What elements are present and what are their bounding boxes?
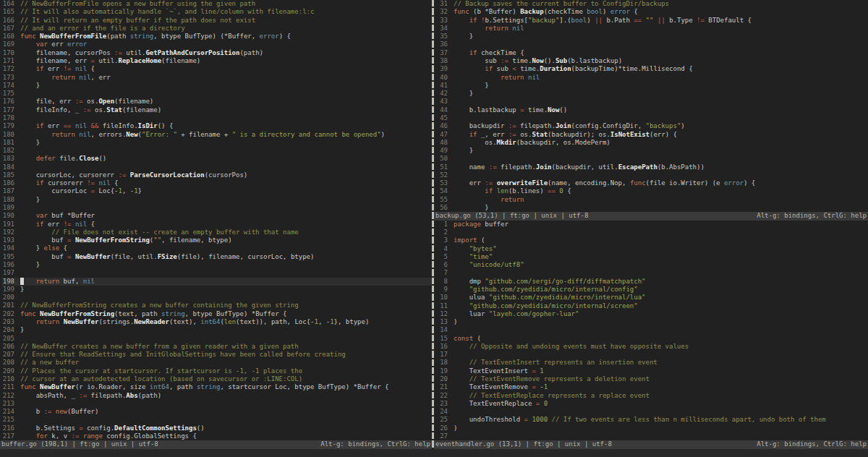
code-line[interactable]: 24 [436,408,868,416]
editor-pane-eventhandler-go[interactable]: 1package buffer23import (4 "bytes"5 "tim… [434,221,868,449]
code-line[interactable]: 41 } [436,82,868,90]
code-line[interactable]: 184 [2,163,432,171]
code-line[interactable]: 166// It will return an empty buffer if … [2,17,432,25]
code-line[interactable]: 179 if err == nil && fileInfo.IsDir() { [2,122,432,130]
code-line[interactable]: 31// Backup saves the current buffer to … [436,0,868,8]
code-line[interactable]: 180 return nil, errors.New("Error: " + f… [2,131,432,139]
code-line[interactable]: 187 cursorLoc = Loc{-1, -1} [2,187,432,195]
code-line[interactable]: 202func NewBufferFromString(text, path s… [2,310,432,318]
code-line[interactable]: 20 // TextEventRemove represents a delet… [436,375,868,383]
code-line[interactable]: 178 [2,114,432,122]
code-area-eventhandler-go[interactable]: 1package buffer23import (4 "bytes"5 "tim… [434,221,868,441]
code-line[interactable]: 182 [2,147,432,155]
code-line[interactable]: 210// cursor at an autodetected location… [2,375,432,383]
code-line[interactable]: 38 sub := time.Now().Sub(b.lastbackup) [436,57,868,65]
code-line[interactable]: 197 [2,269,432,277]
code-line[interactable]: 194 } else { [2,244,432,252]
code-line[interactable]: 16 // Opposite and undoing events must h… [436,343,868,351]
command-line[interactable] [0,449,868,457]
code-line[interactable]: 212 absPath, _ := filepath.Abs(path) [2,392,432,400]
code-line[interactable]: 11 "github.com/zyedidia/micro/internal/s… [436,302,868,310]
code-line[interactable]: 26) [436,424,868,432]
code-line[interactable]: 216 b.Settings = config.DefaultCommonSet… [2,424,432,432]
code-line[interactable]: 52 [436,171,868,179]
code-line[interactable]: 204} [2,326,432,334]
code-line[interactable]: 49 } [436,147,868,155]
code-line[interactable]: 193 buf = NewBufferFromString("", filena… [2,236,432,244]
code-line[interactable]: 181 } [2,139,432,147]
code-line[interactable]: 170 filename, cursorPos := util.GetPathA… [2,49,432,57]
code-line[interactable]: 8 dmp "github.com/sergi/go-diff/diffmatc… [436,278,868,286]
code-line[interactable]: 2 [436,228,868,236]
code-line[interactable]: 215 [2,416,432,424]
code-line[interactable]: 13) [436,318,868,326]
code-line[interactable]: 56 } [436,204,868,212]
code-line[interactable]: 211func NewBuffer(r io.Reader, size int6… [2,383,432,391]
code-line[interactable]: 174 } [2,82,432,90]
code-line[interactable]: 9 "github.com/zyedidia/micro/internal/co… [436,286,868,294]
code-line[interactable]: 10 ulua "github.com/zyedidia/micro/inter… [436,294,868,302]
code-line[interactable]: 42 } [436,90,868,98]
code-area-backup-go[interactable]: 31// Backup saves the current buffer to … [434,0,868,212]
code-line[interactable]: 33 if !b.Settings["backup"].(bool) || b.… [436,17,868,25]
code-line[interactable]: 15const ( [436,335,868,343]
code-line[interactable]: 195 buf = NewBuffer(file, util.FSize(fil… [2,253,432,261]
code-line[interactable]: 198 return buf, nil [2,278,432,286]
code-line[interactable]: 1package buffer [436,221,868,228]
code-line[interactable]: 185 cursorLoc, cursorerr := ParseCursorL… [2,171,432,179]
code-line[interactable]: 40 return nil [436,74,868,82]
code-line[interactable]: 214 b := new(Buffer) [2,408,432,416]
code-line[interactable]: 46 backupdir := filepath.Join(config.Con… [436,122,868,130]
code-line[interactable]: 7 [436,269,868,277]
code-line[interactable]: 175 [2,90,432,98]
code-line[interactable]: 45 [436,114,868,122]
code-line[interactable]: 191 if err != nil { [2,221,432,228]
code-line[interactable]: 183 defer file.Close() [2,155,432,163]
code-line[interactable]: 169 var err error [2,40,432,48]
editor-pane-backup-go[interactable]: 31// Backup saves the current buffer to … [434,0,868,221]
code-line[interactable]: 53 err := overwriteFile(name, encoding.N… [436,179,868,187]
code-line[interactable]: 32func (b *Buffer) Backup(checkTime bool… [436,8,868,16]
code-line[interactable]: 173 return nil, err [2,74,432,82]
code-line[interactable]: 21 TextEventRemove = -1 [436,383,868,391]
code-line[interactable]: 164// NewBufferFromFile opens a new buff… [2,0,432,8]
code-line[interactable]: 176 file, err := os.Open(filename) [2,98,432,106]
code-line[interactable]: 12 luar "layeh.com/gopher-luar" [436,310,868,318]
code-line[interactable]: 6 "unicode/utf8" [436,261,868,269]
code-line[interactable]: 22 // TextEventReplace represents a repl… [436,392,868,400]
code-line[interactable]: 189 [2,204,432,212]
code-line[interactable]: 209// Places the cursor at startcursor. … [2,367,432,375]
code-line[interactable]: 196 } [2,261,432,269]
code-line[interactable]: 50 [436,155,868,163]
code-line[interactable]: 200 [2,294,432,302]
code-line[interactable]: 207// Ensure that ReadSettings and InitG… [2,351,432,359]
code-line[interactable]: 171 filename, err = util.ReplaceHome(fil… [2,57,432,65]
code-line[interactable]: 19 TextEventInsert = 1 [436,367,868,375]
code-line[interactable]: 206// NewBuffer creates a new buffer fro… [2,343,432,351]
code-line[interactable]: 188 } [2,196,432,204]
code-line[interactable]: 14 [436,326,868,334]
code-line[interactable]: 23 TextEventReplace = 0 [436,400,868,408]
code-line[interactable]: 205 [2,335,432,343]
code-line[interactable]: 47 if _, err := os.Stat(backupdir); os.I… [436,131,868,139]
code-line[interactable]: 168func NewBufferFromFile(path string, b… [2,33,432,40]
code-line[interactable]: 55 return [436,196,868,204]
code-line[interactable]: 190 var buf *Buffer [2,212,432,220]
code-line[interactable]: 37 if checkTime { [436,49,868,57]
code-line[interactable]: 5 "time" [436,253,868,261]
code-line[interactable]: 186 if cursorerr != nil { [2,179,432,187]
code-line[interactable]: 167// and an error if the file is a dire… [2,25,432,33]
code-line[interactable]: 192 // File does not exist -- create an … [2,228,432,236]
code-line[interactable]: 172 if err != nil { [2,65,432,73]
code-line[interactable]: 44 b.lastbackup = time.Now() [436,106,868,114]
code-line[interactable]: 51 name := filepath.Join(backupdir, util… [436,163,868,171]
code-line[interactable]: 201// NewBufferFromString creates a new … [2,302,432,309]
code-line[interactable]: 35 } [436,33,868,40]
code-line[interactable]: 177 fileInfo, _ := os.Stat(filename) [2,106,432,114]
code-line[interactable]: 17 [436,351,868,359]
code-line[interactable]: 217 for k, v := range config.GlobalSetti… [2,432,432,440]
code-line[interactable]: 165// It will also automatically handle … [2,8,432,16]
code-line[interactable]: 199} [2,286,432,294]
code-line[interactable]: 203 return NewBuffer(strings.NewReader(t… [2,318,432,326]
code-line[interactable]: 36 [436,40,868,48]
